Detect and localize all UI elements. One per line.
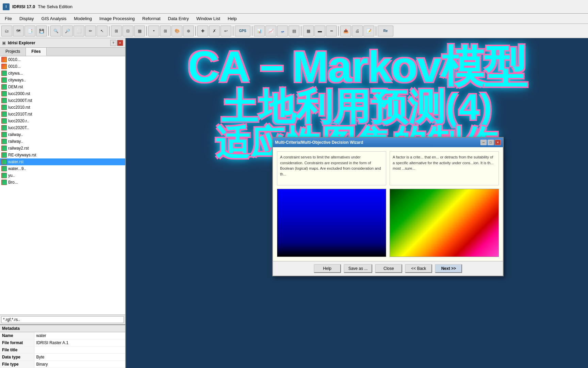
app-edition: The Selva Edition <box>38 4 72 9</box>
file-icon <box>1 84 7 90</box>
file-icon <box>1 166 7 171</box>
menu-modeling[interactable]: Modeling <box>70 15 95 22</box>
file-list[interactable]: 0010... 0010... citywa... cityways.. DEM… <box>0 56 125 315</box>
list-item[interactable]: lucc2000.rst <box>0 90 125 97</box>
toolbar-search-btn[interactable]: 🔍 <box>50 26 61 36</box>
toolbar-circle-btn[interactable]: ⊕ <box>183 26 194 36</box>
menu-window-list[interactable]: Window List <box>193 15 224 22</box>
explorer-titlebar: ▣ Idrisi Explorer ? ✕ <box>0 38 125 48</box>
file-icon <box>1 71 7 76</box>
toolbar-legend-btn[interactable]: ▦ <box>303 26 314 36</box>
toolbar-gps-btn[interactable]: GPS <box>235 26 250 36</box>
toolbar-save-btn[interactable]: 💾 <box>36 26 47 36</box>
toolbar-3d-btn[interactable]: 🗻 <box>277 26 288 36</box>
toolbar-cursor-btn[interactable]: ↖ <box>97 26 108 36</box>
list-item[interactable]: water...9.. <box>0 165 125 172</box>
list-item[interactable]: DEM.rst <box>0 83 125 90</box>
toolbar-map-btn[interactable]: 🗺 <box>13 26 24 36</box>
toolbar-measure-btn[interactable]: ✗ <box>209 26 220 36</box>
toolbar-grid3-btn[interactable]: ▦ <box>134 26 145 36</box>
toolbar-grid2-btn[interactable]: ⊟ <box>122 26 133 36</box>
next-button[interactable]: Next >> <box>435 264 462 273</box>
menu-help[interactable]: Help <box>224 15 240 22</box>
toolbar-draw-btn[interactable]: ✏ <box>85 26 96 36</box>
toolbar-table2-btn[interactable]: ▤ <box>289 26 299 36</box>
tab-files[interactable]: Files <box>26 48 46 56</box>
toolbar-zoom-btn[interactable]: 🔎 <box>62 26 73 36</box>
list-item[interactable]: citywa... <box>0 70 125 77</box>
dialog-footer: Help Save as ... Close << Back Next >> <box>273 261 503 276</box>
explorer-help-btn[interactable]: ? <box>110 40 116 46</box>
explorer-icon: ▣ <box>2 41 6 45</box>
metadata-value-title <box>34 347 125 354</box>
menu-file[interactable]: File <box>1 15 15 22</box>
toolbar-open-btn[interactable]: 🗂 <box>1 26 12 36</box>
dialog-title: Multi-Criteria/Multi-Objective Decision … <box>275 140 363 145</box>
menu-image-processing[interactable]: Image Processing <box>96 15 138 22</box>
filter-input[interactable] <box>1 316 124 323</box>
toolbar-layers-btn[interactable]: 📑 <box>24 26 35 36</box>
list-item[interactable]: railway.. <box>0 131 125 138</box>
toolbar-color-btn[interactable]: 🎨 <box>172 26 182 36</box>
app-name: IDRISI 17.0 <box>12 4 35 9</box>
toolbar-re-btn[interactable]: Re <box>378 26 393 36</box>
explorer-close-btn[interactable]: ✕ <box>117 40 123 46</box>
dialog-close-btn[interactable]: ✕ <box>495 140 501 145</box>
file-icon <box>1 57 7 62</box>
toolbar-chart-btn[interactable]: 📊 <box>254 26 265 36</box>
toolbar-cross-btn[interactable]: ✚ <box>197 26 208 36</box>
list-item[interactable]: cityways.. <box>0 77 125 83</box>
list-item[interactable]: yu.. <box>0 172 125 179</box>
dialog-maximize-btn[interactable]: □ <box>488 140 494 145</box>
list-item[interactable]: railway.. <box>0 138 125 145</box>
close-dialog-button[interactable]: Close <box>375 264 402 273</box>
title-line-1: CA－Markov模型 <box>187 45 526 89</box>
metadata-table: Name water File format IDRISI Raster A.1… <box>0 332 125 368</box>
list-item[interactable]: Bro... <box>0 179 125 186</box>
file-icon <box>1 105 7 110</box>
menu-data-entry[interactable]: Data Entry <box>165 15 192 22</box>
toolbar-grid-btn[interactable]: ⊞ <box>111 26 122 36</box>
dialog-content: A constraint serves to limit the alterna… <box>273 147 503 261</box>
list-item[interactable]: RE-cityways.rst <box>0 152 125 158</box>
toolbar-print-btn[interactable]: 🖨 <box>352 26 363 36</box>
metadata-key: File type <box>0 361 34 368</box>
title-bar: I IDRISI 17.0 The Selva Edition <box>0 0 588 14</box>
toolbar-export-btn[interactable]: 📤 <box>340 26 351 36</box>
list-item[interactable]: 0010... <box>0 63 125 70</box>
back-button[interactable]: << Back <box>405 264 432 273</box>
menu-gis-analysis[interactable]: GIS Analysis <box>38 15 70 22</box>
toolbar-select-btn[interactable]: ⬜ <box>74 26 84 36</box>
file-icon <box>1 139 7 144</box>
list-item[interactable]: lucc2010.rst <box>0 104 125 111</box>
toolbar-point-btn[interactable]: • <box>148 26 159 36</box>
list-item[interactable]: lucc2020T.. <box>0 124 125 131</box>
list-item[interactable]: lucc2010T.rst <box>0 111 125 118</box>
metadata-key: Name <box>0 332 34 339</box>
metadata-value-dtype: Byte <box>34 354 125 361</box>
help-button[interactable]: Help <box>314 264 341 273</box>
menu-reformat[interactable]: Reformat <box>139 15 164 22</box>
list-item[interactable]: lucc2020.r.. <box>0 118 125 124</box>
list-item[interactable]: lucc2000T.rst <box>0 97 125 104</box>
toolbar-sep-9 <box>376 26 376 36</box>
menu-display[interactable]: Display <box>16 15 37 22</box>
dialog-titlebar: Multi-Criteria/Multi-Objective Decision … <box>273 138 503 147</box>
list-item-water[interactable]: water.rst <box>0 158 125 165</box>
metadata-key: File format <box>0 339 34 347</box>
toolbar-script-btn[interactable]: 📝 <box>363 26 374 36</box>
table-row: File type Binary <box>0 361 125 368</box>
idrisi-explorer: ▣ Idrisi Explorer ? ✕ Projects Files 001… <box>0 38 126 368</box>
list-item[interactable]: railway2.rst <box>0 145 125 152</box>
toolbar-scale-btn[interactable]: ━ <box>326 26 337 36</box>
dialog-minimize-btn[interactable]: ─ <box>480 140 487 145</box>
list-item[interactable]: 0010... <box>0 56 125 63</box>
tab-projects[interactable]: Projects <box>0 48 26 56</box>
table-row: Data type Byte <box>0 354 125 361</box>
save-as-button[interactable]: Save as ... <box>344 264 373 273</box>
toolbar-arrow-btn[interactable]: ↩ <box>220 26 231 36</box>
toolbar-chart2-btn[interactable]: 📈 <box>265 26 276 36</box>
toolbar-bar-btn[interactable]: ▬ <box>314 26 325 36</box>
toolbar-table-btn[interactable]: ⊞ <box>160 26 171 36</box>
table-row: File title <box>0 347 125 354</box>
